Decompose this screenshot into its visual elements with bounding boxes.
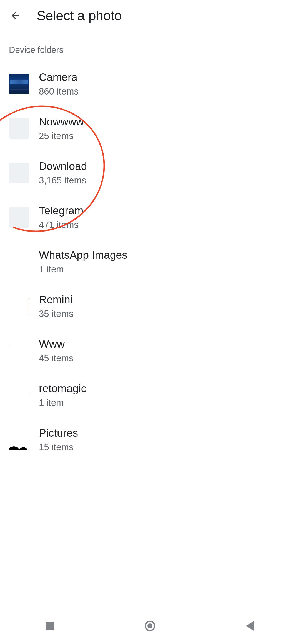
folder-text: Nowwww 25 items bbox=[39, 116, 84, 141]
folder-thumbnail bbox=[9, 163, 29, 183]
nav-recents-button[interactable] bbox=[44, 620, 56, 632]
folder-text: Download 3,165 items bbox=[39, 160, 87, 186]
folder-name: Camera bbox=[39, 71, 79, 83]
folder-count: 471 items bbox=[39, 220, 83, 230]
folder-row-pictures[interactable]: Pictures 15 items bbox=[0, 417, 300, 462]
folder-thumbnail bbox=[9, 385, 29, 406]
fade-overlay bbox=[0, 597, 300, 608]
folder-row-camera[interactable]: Camera 860 items bbox=[0, 62, 300, 106]
folder-count: 35 items bbox=[39, 309, 74, 319]
folder-name: WhatsApp Images bbox=[39, 249, 128, 261]
arrow-left-icon bbox=[10, 10, 21, 21]
folder-text: Pictures 15 items bbox=[39, 427, 78, 452]
folder-list: Camera 860 items Nowwww 25 items Downloa… bbox=[0, 62, 300, 462]
folder-count: 1 item bbox=[39, 397, 86, 408]
folder-text: Camera 860 items bbox=[39, 71, 79, 97]
folder-row-telegram[interactable]: Telegram 471 items bbox=[0, 195, 300, 240]
folder-thumbnail bbox=[9, 252, 29, 272]
app-header: Select a photo bbox=[0, 0, 300, 28]
folder-name: Telegram bbox=[39, 205, 83, 217]
folder-text: Remini 35 items bbox=[39, 294, 74, 319]
folder-thumbnail bbox=[9, 74, 29, 94]
section-label-device-folders: Device folders bbox=[0, 28, 300, 62]
folder-count: 25 items bbox=[39, 131, 84, 141]
folder-row-download[interactable]: Download 3,165 items bbox=[0, 151, 300, 195]
square-icon bbox=[46, 622, 54, 630]
folder-name: Pictures bbox=[39, 427, 78, 439]
circle-icon bbox=[145, 621, 155, 631]
page-title: Select a photo bbox=[37, 8, 122, 23]
folder-thumbnail bbox=[9, 118, 29, 139]
back-button[interactable] bbox=[9, 9, 22, 22]
folder-count: 15 items bbox=[39, 442, 78, 452]
folder-text: Telegram 471 items bbox=[39, 205, 83, 230]
folder-text: Www 45 items bbox=[39, 338, 74, 364]
system-navigation-bar bbox=[0, 608, 300, 644]
folder-count: 860 items bbox=[39, 86, 79, 97]
folder-count: 45 items bbox=[39, 353, 74, 364]
folder-name: retomagic bbox=[39, 382, 86, 395]
folder-row-retomagic[interactable]: retomagic 1 item bbox=[0, 373, 300, 417]
folder-row-whatsapp-images[interactable]: WhatsApp Images 1 item bbox=[0, 240, 300, 284]
folder-row-www[interactable]: Www 45 items bbox=[0, 329, 300, 373]
folder-name: Download bbox=[39, 160, 87, 172]
folder-name: Remini bbox=[39, 294, 74, 306]
folder-thumbnail bbox=[9, 296, 29, 317]
folder-count: 3,165 items bbox=[39, 175, 87, 186]
folder-name: Www bbox=[39, 338, 74, 350]
folder-row-remini[interactable]: Remini 35 items bbox=[0, 284, 300, 329]
folder-text: WhatsApp Images 1 item bbox=[39, 249, 128, 275]
folder-thumbnail bbox=[9, 340, 29, 361]
folder-count: 1 item bbox=[39, 264, 128, 275]
folder-thumbnail bbox=[9, 207, 29, 228]
folder-text: retomagic 1 item bbox=[39, 382, 86, 408]
folder-thumbnail bbox=[9, 429, 29, 450]
nav-home-button[interactable] bbox=[144, 620, 156, 632]
triangle-left-icon bbox=[246, 621, 254, 631]
folder-row-nowwww[interactable]: Nowwww 25 items bbox=[0, 106, 300, 151]
nav-back-button[interactable] bbox=[244, 620, 256, 632]
folder-name: Nowwww bbox=[39, 116, 84, 128]
